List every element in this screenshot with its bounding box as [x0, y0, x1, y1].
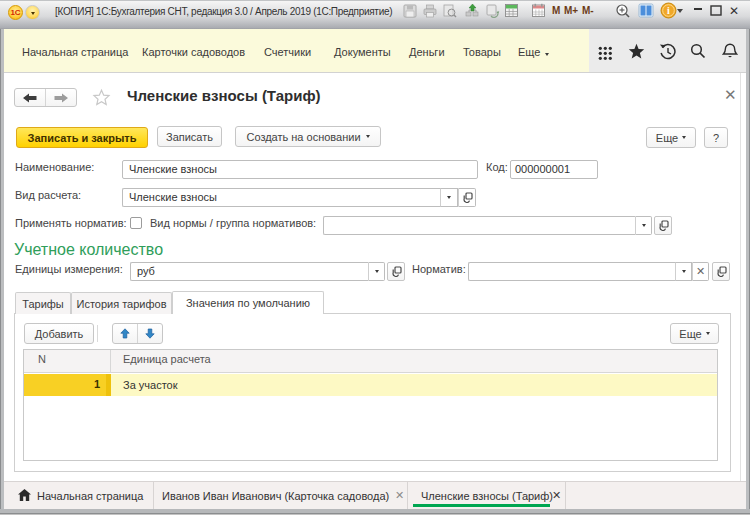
svg-text:i: i [667, 5, 670, 16]
